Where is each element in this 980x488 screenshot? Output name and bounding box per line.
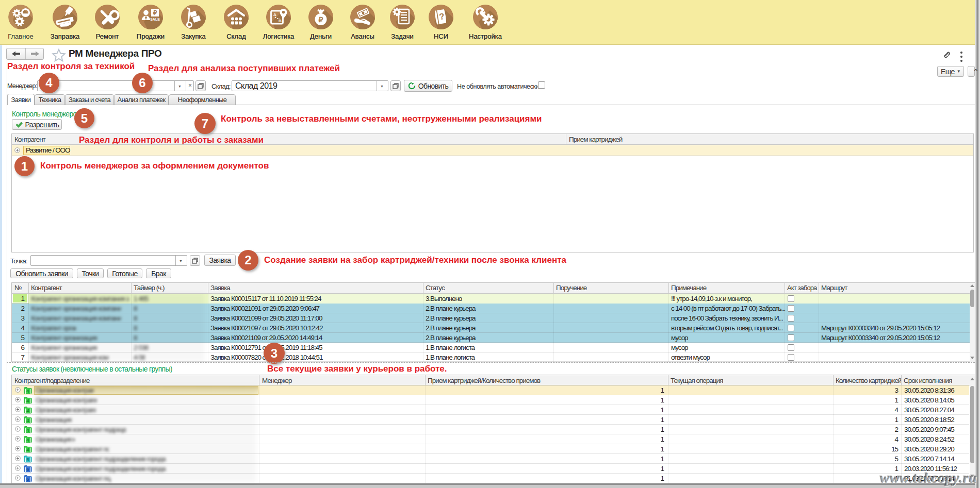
svg-text:5: 5 [26, 457, 29, 462]
svg-text:6: 6 [26, 476, 29, 482]
svg-text:₽: ₽ [319, 15, 323, 24]
svg-text:B: B [279, 19, 282, 23]
svg-text:A: A [273, 12, 276, 17]
svg-text:4: 4 [26, 398, 29, 403]
svg-text:4: 4 [26, 408, 29, 413]
svg-text:4: 4 [26, 427, 29, 433]
svg-text:4: 4 [26, 447, 29, 452]
svg-text:₽: ₽ [153, 9, 157, 16]
svg-text:SALE: SALE [150, 18, 160, 21]
svg-text:4: 4 [26, 388, 29, 394]
svg-text:4: 4 [26, 417, 29, 423]
svg-text:4: 4 [26, 437, 29, 443]
svg-text:6: 6 [26, 466, 29, 472]
